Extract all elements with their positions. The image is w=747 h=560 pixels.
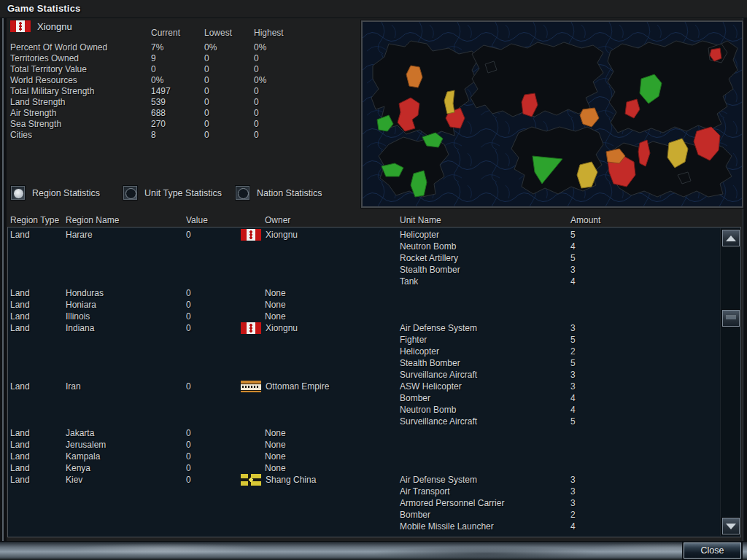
stat-row: Land Strength53900 [10,97,338,108]
table-row-illinois[interactable]: Land Illinois 0 None [8,311,720,322]
radio-unselected-icon[interactable] [123,185,138,201]
region-table-headers: Region Type Region Name Value Owner Unit… [0,215,747,226]
table-row-jakarta[interactable]: Land Jakarta 0 None [8,427,720,439]
region-statistics-list: Land Harare 0 Xiongnu Helicopter5 Neutro… [7,227,741,537]
scroll-up-button[interactable] [722,230,740,246]
table-row-jerusalem[interactable]: Land Jerusalem 0 None [8,439,720,451]
close-button[interactable]: Close [684,542,741,559]
table-row-kampala[interactable]: Land Kampala 0 None [8,451,720,462]
scrollbar-thumb[interactable] [722,310,740,327]
col-lowest: Lowest [204,27,254,40]
xiongnu-flag-icon [241,229,261,241]
shang-china-flag-icon [241,474,261,486]
radio-unit-type-statistics[interactable]: Unit Type Statistics [123,185,222,201]
title-bar: Game Statistics [0,0,747,18]
ottoman-flag-icon [241,381,261,392]
bottom-bar [0,541,747,560]
window-frame-left [0,18,7,541]
arrow-down-icon [726,524,736,529]
list-scrollbar[interactable] [720,228,740,536]
radio-nation-statistics[interactable]: Nation Statistics [235,185,322,201]
world-minimap [361,20,743,208]
radio-selected-icon[interactable] [10,185,26,201]
scroll-down-button[interactable] [722,518,740,534]
stat-row: Percent Of World Owned7%0%0% [10,42,338,53]
summary-header-row: Current Lowest Highest [10,27,338,40]
col-highest: Highest [254,27,305,40]
table-row-iran[interactable]: Land Iran 0 Ottoman Empire ASW Helicopte… [8,381,720,427]
radio-unselected-icon[interactable] [235,185,250,201]
xiongnu-flag-icon [241,322,261,334]
stat-row: Total Territory Value000 [10,64,338,75]
stat-row: Territories Owned900 [10,53,338,64]
table-row-honduras[interactable]: Land Honduras 0 None [8,287,720,299]
game-statistics-window: { "window": { "title": "Game Statistics"… [0,0,747,560]
radio-region-statistics[interactable]: Region Statistics [10,185,100,201]
stat-row: Cities800 [10,130,338,141]
col-current: Current [151,27,204,40]
table-row-harare[interactable]: Land Harare 0 Xiongnu Helicopter5 Neutro… [8,229,720,287]
table-row-kiev[interactable]: Land Kiev 0 Shang China Air Defense Syst… [8,474,720,532]
stat-row: Sea Strength27000 [10,119,338,130]
table-row-honiara[interactable]: Land Honiara 0 None [8,299,720,311]
world-map-canvas [363,22,742,206]
stat-row: Total Military Strength149700 [10,86,338,97]
stat-row: World Resources0%00% [10,75,338,86]
statistics-view-options: Region Statistics Unit Type Statistics N… [0,185,365,203]
stat-row: Air Strength68800 [10,108,338,119]
table-row-kenya[interactable]: Land Kenya 0 None [8,462,720,474]
table-row-indiana[interactable]: Land Indiana 0 Xiongnu Air Defense Syste… [8,322,720,381]
arrow-up-icon [726,236,736,241]
summary-stats-table: Current Lowest Highest Percent Of World … [10,27,338,141]
window-title: Game Statistics [7,3,81,14]
